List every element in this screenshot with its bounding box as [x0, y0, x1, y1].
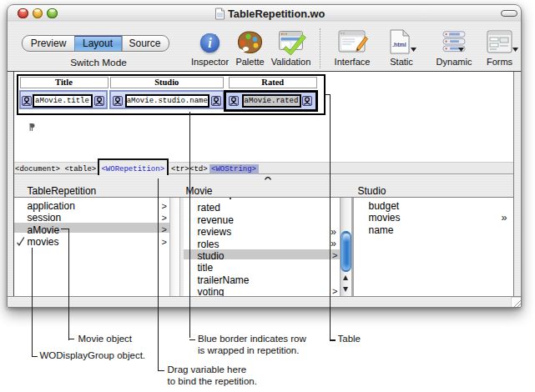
svg-text:.html: .html [392, 42, 406, 48]
